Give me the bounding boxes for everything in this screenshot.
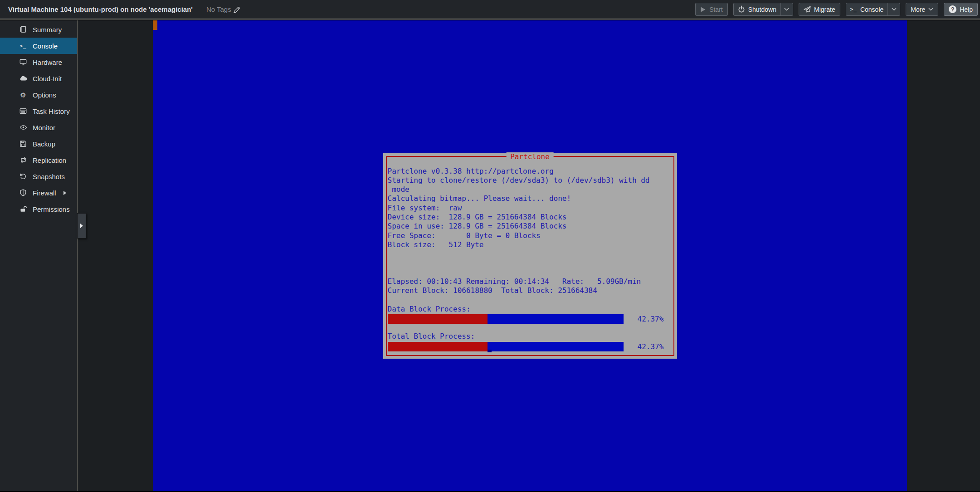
start-button[interactable]: Start [695, 3, 728, 16]
retweet-icon [19, 156, 27, 164]
caret-right-icon [80, 223, 83, 229]
dialog-title: Partclone [506, 152, 554, 161]
more-button[interactable]: More [906, 3, 938, 16]
console-text-line: Partclone v0.3.38 http://partclone.org [388, 167, 673, 176]
page-title: Virtual Machine 104 (ubuntu-prod) on nod… [8, 5, 193, 13]
sidebar-item-monitor[interactable]: Monitor [0, 119, 77, 136]
list-icon [19, 107, 27, 115]
power-icon [738, 5, 745, 13]
play-icon [700, 6, 706, 13]
shutdown-menu-caret[interactable] [781, 3, 793, 15]
console-text-line [388, 258, 673, 268]
gear-icon: ⚙ [19, 92, 27, 98]
paper-plane-icon [804, 6, 811, 13]
help-button[interactable]: ? Help [944, 3, 978, 16]
vm-menu-sidebar: Summary >_ Console Hardware Cloud-Init ⚙… [0, 20, 78, 491]
sidebar-item-backup[interactable]: Backup [0, 136, 77, 152]
terminal-cursor [488, 350, 492, 352]
total-block-progress: 42.37% [388, 341, 673, 352]
console-text-line: Current Block: 106618880 Total Block: 25… [388, 286, 673, 295]
novnc-handle[interactable] [153, 20, 157, 30]
console-button: >_ Console [846, 3, 901, 16]
chevron-down-icon [892, 8, 897, 11]
shutdown-button: Shutdown [733, 3, 793, 16]
sidebar-item-task-history[interactable]: Task History [0, 103, 77, 119]
cloud-icon [19, 75, 27, 82]
console-text-line: Block size: 512 Byte [388, 240, 673, 249]
console-menu-caret[interactable] [888, 3, 900, 15]
data-block-percent: 42.37% [638, 315, 664, 323]
sidebar-item-snapshots[interactable]: Snapshots [0, 168, 77, 185]
tags-control[interactable]: No Tags [206, 5, 240, 13]
sidebar-item-console[interactable]: >_ Console [0, 38, 77, 54]
vnc-display[interactable]: Partclone Partclone v0.3.38 http://partc… [153, 20, 907, 491]
sidebar-item-cloud-init[interactable]: Cloud-Init [0, 70, 77, 87]
chevron-down-icon [928, 8, 933, 11]
sidebar-item-replication[interactable]: Replication [0, 152, 77, 168]
total-block-percent: 42.37% [638, 342, 664, 351]
sidebar-item-firewall[interactable]: Firewall [0, 185, 77, 201]
chevron-down-icon [784, 8, 789, 11]
spacer [388, 324, 673, 332]
shield-icon [19, 189, 27, 196]
console-text-line [388, 268, 673, 277]
console-text-line [388, 296, 673, 305]
console-text-line: mode [388, 185, 673, 194]
terminal-icon: >_ [19, 43, 27, 49]
console-text-line: Calculating bitmap... Please wait... don… [388, 194, 673, 203]
progress-bar [388, 314, 624, 324]
question-icon: ? [949, 5, 956, 13]
console-text-line: Free Space: 0 Byte = 0 Blocks [388, 231, 673, 240]
floppy-icon [19, 140, 27, 147]
data-block-progress: 42.37% [388, 314, 673, 324]
progress-bar [388, 342, 624, 351]
top-bar: Virtual Machine 104 (ubuntu-prod) on nod… [0, 0, 980, 19]
dialog-body: Partclone v0.3.38 http://partclone.org S… [388, 167, 673, 352]
progress-fill [388, 342, 488, 351]
toolbar: Start Shutdown [695, 3, 978, 16]
unlock-icon [19, 205, 27, 213]
sidebar-item-permissions[interactable]: Permissions [0, 201, 77, 217]
partclone-dialog: Partclone Partclone v0.3.38 http://partc… [383, 153, 677, 359]
sidebar-item-hardware[interactable]: Hardware [0, 54, 77, 70]
sidebar-expander-handle[interactable] [77, 213, 86, 239]
sidebar-item-summary[interactable]: Summary [0, 21, 77, 38]
console-text-line: Device size: 128.9 GB = 251664384 Blocks [388, 213, 673, 222]
pencil-icon [234, 6, 240, 13]
console-main[interactable]: >_ Console [846, 3, 888, 15]
console-panel: Partclone Partclone v0.3.38 http://partc… [78, 20, 980, 491]
desktop-icon [19, 58, 27, 66]
progress-fill [388, 314, 488, 324]
data-block-label: Data Block Process: [388, 305, 673, 314]
submenu-caret-icon [63, 190, 67, 195]
eye-icon [19, 124, 27, 131]
console-text-line: Elapsed: 00:10:43 Remaining: 00:14:34 Ra… [388, 277, 673, 286]
console-text-line: File system: raw [388, 204, 673, 213]
history-icon [19, 173, 27, 180]
total-block-label: Total Block Process: [388, 332, 673, 341]
shutdown-main[interactable]: Shutdown [734, 3, 780, 15]
console-text-line [388, 249, 673, 258]
console-text-line: Starting to clone/restore (/dev/sda3) to… [388, 176, 673, 185]
console-text-line: Space in use: 128.9 GB = 251664384 Block… [388, 222, 673, 231]
migrate-button[interactable]: Migrate [799, 3, 840, 16]
tags-label: No Tags [206, 5, 231, 13]
book-icon [19, 26, 27, 33]
sidebar-item-options[interactable]: ⚙ Options [0, 87, 77, 103]
terminal-icon: >_ [850, 6, 857, 12]
